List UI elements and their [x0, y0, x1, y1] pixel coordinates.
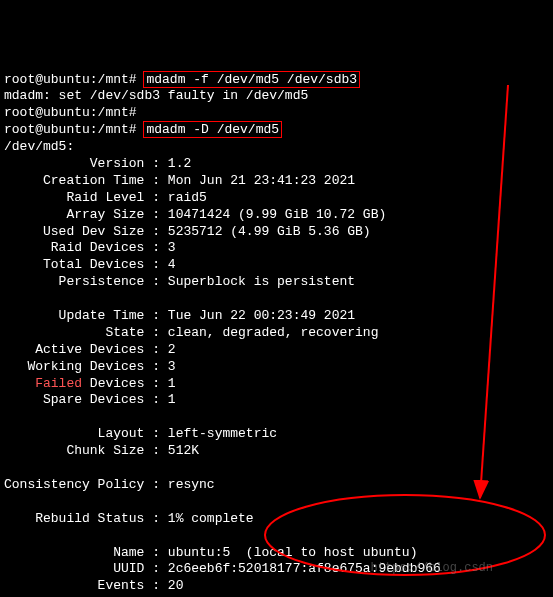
output-line: Array Size : 10471424 (9.99 GiB 10.72 GB…: [4, 207, 386, 222]
output-line: Raid Level : raid5: [4, 190, 207, 205]
output-line: Creation Time : Mon Jun 21 23:41:23 2021: [4, 173, 355, 188]
output-line: Rebuild Status : 1% complete: [4, 511, 254, 526]
failed-label: Failed: [35, 376, 82, 391]
output-line: Events : 20: [4, 578, 183, 593]
output-line: Used Dev Size : 5235712 (4.99 GiB 5.36 G…: [4, 224, 371, 239]
output-line: Layout : left-symmetric: [4, 426, 277, 441]
output-line: Active Devices : 2: [4, 342, 176, 357]
output-line: Devices : 1: [82, 376, 176, 391]
output-line: Total Devices : 4: [4, 257, 176, 272]
output-line: Spare Devices : 1: [4, 392, 176, 407]
output-line: Persistence : Superblock is persistent: [4, 274, 355, 289]
command-1: mdadm -f /dev/md5 /dev/sdb3: [144, 72, 359, 87]
terminal[interactable]: root@ubuntu:/mnt# mdadm -f /dev/md5 /dev…: [4, 72, 549, 597]
output-line: State : clean, degraded, recovering: [4, 325, 378, 340]
prompt: root@ubuntu:/mnt#: [4, 105, 137, 120]
output-line: /dev/md5:: [4, 139, 74, 154]
output-line: Raid Devices : 3: [4, 240, 176, 255]
command-2: mdadm -D /dev/md5: [144, 122, 281, 137]
output-line: Chunk Size : 512K: [4, 443, 199, 458]
output-line: Name : ubuntu:5 (local to host ubuntu): [4, 545, 417, 560]
watermark: https://blog.csdn: [371, 561, 493, 577]
output-line: Update Time : Tue Jun 22 00:23:49 2021: [4, 308, 355, 323]
output-line: Working Devices : 3: [4, 359, 176, 374]
prompt: root@ubuntu:/mnt#: [4, 122, 137, 137]
prompt: root@ubuntu:/mnt#: [4, 72, 137, 87]
output-line: Consistency Policy : resync: [4, 477, 215, 492]
output-line: mdadm: set /dev/sdb3 faulty in /dev/md5: [4, 88, 308, 103]
output-line: Version : 1.2: [4, 156, 191, 171]
